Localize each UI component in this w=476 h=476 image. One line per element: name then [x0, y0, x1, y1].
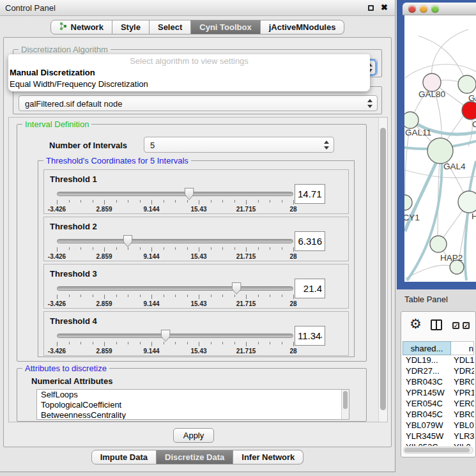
table-row[interactable]: YDL19...YDL1 [403, 355, 474, 366]
network-node-node-red[interactable] [462, 102, 476, 119]
threshold-panel: Threshold 4 -3.4262.8599.14415.4321.7152… [43, 311, 349, 356]
scrollbar-thumb[interactable] [380, 128, 386, 410]
threshold-slider[interactable]: -3.4262.8599.14415.4321.71528 [57, 281, 293, 308]
tick-label: 2.859 [96, 206, 112, 213]
dropdown-option-manual[interactable]: Manual Discretization [8, 67, 370, 79]
table-panel: ⚙ ✓ ✓ shared... n YDL19...YDL1YDR27...YD… [401, 311, 476, 457]
tick-label: 15.43 [190, 300, 206, 307]
float-window-icon[interactable] [368, 5, 374, 11]
column-header-shared-name[interactable]: shared... [403, 341, 451, 355]
threshold-label: Threshold 4 [50, 316, 97, 326]
horizontal-scrollbar[interactable] [403, 447, 473, 454]
vertical-scrollbar[interactable] [378, 118, 387, 422]
network-edge-highlighted[interactable] [465, 203, 469, 280]
screen: Control Panel ✖ NetworkStyleSelectCyni T… [0, 0, 476, 476]
tab-label: Select [158, 22, 182, 32]
threshold-value-input[interactable] [295, 231, 325, 251]
tick-label: 9.144 [143, 253, 159, 260]
intervals-combo[interactable]: 5 [144, 137, 334, 153]
numerical-attributes-list[interactable]: SelfLoopsTopologicalCoefficientBetweenne… [36, 389, 349, 420]
slider-track[interactable] [57, 334, 293, 338]
table-cell: YDL1 [451, 355, 474, 366]
tick-label: 2.859 [96, 300, 112, 307]
network-node-gal80[interactable] [423, 73, 441, 91]
top-tab-bar: NetworkStyleSelectCyni ToolboxjActiveMNo… [0, 20, 395, 35]
traffic-light-close-icon[interactable] [408, 5, 416, 13]
network-titlebar[interactable] [403, 3, 476, 15]
column-header-name[interactable]: n [451, 341, 474, 355]
attribute-item[interactable]: SelfLoops [37, 390, 349, 400]
checkbox-icon[interactable]: ✓ [463, 322, 470, 329]
close-icon[interactable]: ✖ [381, 3, 388, 12]
tab-network[interactable]: Network [50, 20, 112, 35]
tab-cyni-toolbox[interactable]: Cyni Toolbox [191, 20, 260, 35]
tick-label: 2.859 [96, 348, 112, 355]
threshold-label: Threshold 3 [50, 269, 97, 279]
slider-thumb[interactable] [185, 188, 194, 200]
network-node-node-h[interactable] [458, 191, 476, 213]
slider-track[interactable] [57, 239, 293, 243]
network-node-gcy1[interactable] [404, 195, 412, 210]
combo-value: 5 [150, 140, 155, 150]
threshold-slider[interactable]: -3.4262.8599.14415.4321.71528 [57, 234, 293, 261]
network-node-gal4[interactable] [427, 138, 453, 164]
slider-thumb[interactable] [123, 235, 133, 247]
tab-label: Network [71, 22, 104, 32]
table-row[interactable]: YLR345WYLR3 [403, 431, 474, 442]
slider-tick-labels: -3.4262.8599.14415.4321.71528 [57, 206, 293, 213]
table-row[interactable]: YDR27...YDR2 [403, 366, 474, 377]
table-cell: YDL19... [403, 355, 451, 366]
table-row[interactable]: YBR043CYBR0 [403, 377, 474, 388]
apply-button[interactable]: Apply [173, 428, 214, 443]
tick-label: 15.43 [190, 253, 206, 260]
tab-label: Style [121, 22, 141, 32]
split-pane-icon[interactable] [431, 319, 442, 330]
table-row[interactable]: YIL052CYIL0 [403, 442, 474, 446]
tab-impute-data[interactable]: Impute Data [91, 450, 157, 464]
threshold-slider[interactable]: -3.4262.8599.14415.4321.71528 [57, 187, 293, 213]
threshold-value-input[interactable] [295, 326, 325, 346]
list-scrollbar[interactable] [341, 390, 349, 419]
table-cell: YBL0 [451, 420, 474, 431]
tab-select[interactable]: Select [150, 20, 191, 35]
slider-track[interactable] [57, 286, 293, 291]
bottom-tab-bar: Impute DataDiscretize DataInfer Network [0, 450, 395, 464]
slider-thumb[interactable] [161, 330, 171, 342]
tick-label: 15.43 [190, 206, 206, 213]
gear-icon[interactable]: ⚙ [410, 317, 422, 330]
tab-jactivemnodules[interactable]: jActiveMNodules [261, 20, 345, 35]
dropdown-option-equal-width[interactable]: Equal Width/Frequency Discretization [8, 79, 370, 90]
slider-track[interactable] [57, 192, 293, 196]
node-label: C [472, 119, 476, 129]
scrollbar-thumb[interactable] [404, 448, 470, 452]
table-cell: YIL052C [403, 442, 451, 446]
tab-discretize-data[interactable]: Discretize Data [157, 450, 233, 464]
traffic-light-zoom-icon[interactable] [431, 5, 439, 13]
node-label: GCY1 [404, 213, 420, 222]
checkbox-icon[interactable]: ✓ [452, 322, 459, 329]
network-node-node-top-right[interactable] [458, 75, 476, 93]
table-data-combo[interactable]: galFiltered.sif default node [19, 95, 378, 111]
threshold-list: Threshold 1 -3.4262.8599.14415.4321.7152… [38, 169, 354, 356]
stepper-arrows-icon [367, 99, 373, 108]
table-row[interactable]: YBR045CYBR0 [403, 410, 474, 420]
threshold-value-input[interactable] [295, 279, 325, 298]
table-cell: YBR045C [403, 410, 451, 420]
tick-label: 9.144 [143, 300, 159, 307]
threshold-value-input[interactable] [295, 184, 325, 204]
attribute-item[interactable]: BetweennessCentrality [37, 410, 349, 420]
tab-infer-network[interactable]: Infer Network [233, 450, 303, 464]
network-node-gal11[interactable] [404, 112, 418, 128]
network-canvas[interactable]: GAL80GACGAL11GAL4GCY1HHAP2 [404, 15, 476, 282]
slider-thumb[interactable] [232, 282, 242, 295]
network-node-hap2[interactable] [430, 236, 447, 252]
table-row[interactable]: YPR145WYPR1 [403, 388, 474, 399]
table-row[interactable]: YBL079WYBL0 [403, 420, 474, 431]
traffic-light-minimize-icon[interactable] [420, 5, 427, 13]
threshold-slider[interactable]: -3.4262.8599.14415.4321.71528 [57, 328, 293, 355]
tab-style[interactable]: Style [112, 20, 150, 35]
table-row[interactable]: YER054CYER0 [403, 399, 474, 410]
attribute-item[interactable]: TopologicalCoefficient [37, 400, 349, 410]
slider-ticks [57, 342, 293, 347]
table-cell: YBL079W [403, 420, 451, 431]
